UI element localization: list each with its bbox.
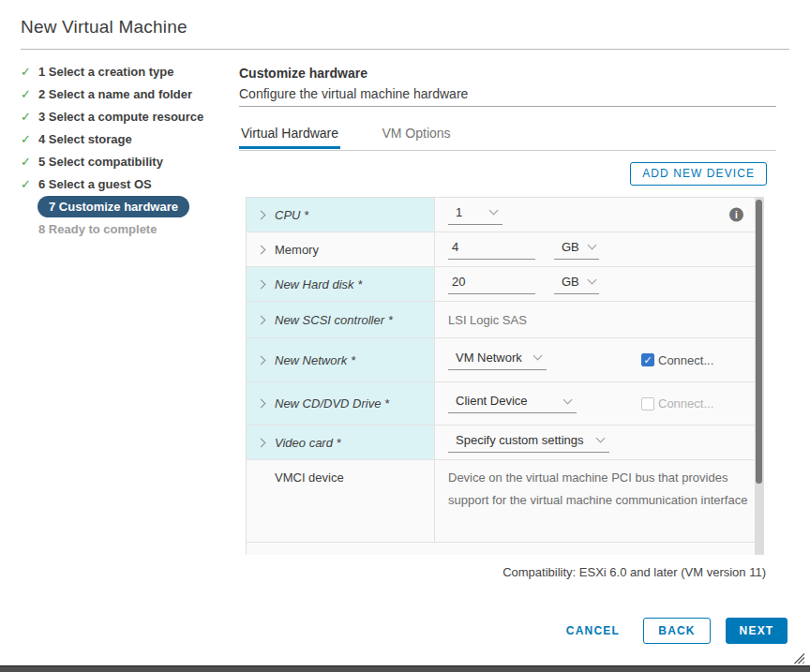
disk-size-input[interactable]: 20 [448,275,535,294]
device-label: New Network * [275,353,355,367]
chevron-down-icon [489,206,499,216]
hw-row-scsi-controller: New SCSI controller * LSI Logic SAS [247,302,755,338]
device-label: Memory [275,243,319,257]
compatibility-text: Compatibility: ESXi 6.0 and later (VM ve… [502,565,766,579]
device-label: New CD/DVD Drive * [275,396,389,411]
expand-chevron-icon[interactable] [257,279,266,289]
page-subtitle: Configure the virtual machine hardware [239,86,468,101]
wizard-actions: CANCEL BACK NEXT [555,618,788,644]
hw-row-video-card: Video card * Specify custom settings [247,426,755,460]
network-select[interactable]: VM Network [448,351,547,370]
device-label: VMCI device [275,470,344,485]
step-select-creation-type[interactable]: ✓1 Select a creation type [21,60,238,82]
memory-unit-select[interactable]: GB [554,240,599,260]
connect-label: Connect... [658,353,713,367]
expand-chevron-icon[interactable] [257,399,266,409]
hardware-tabs: Virtual Hardware VM Options [239,120,776,151]
tab-virtual-hardware[interactable]: Virtual Hardware [239,120,340,149]
hw-row-network: New Network * VM Network ✓ Connect... [247,338,755,382]
hardware-table: CPU * 1 i Memory 4 GB [246,197,764,555]
step-select-name-folder[interactable]: ✓2 Select a name and folder [21,82,238,105]
step-select-compute-resource[interactable]: ✓3 Select a compute resource [21,105,238,127]
info-icon[interactable]: i [729,208,743,222]
expand-chevron-icon[interactable] [257,438,266,447]
cancel-button[interactable]: CANCEL [555,618,631,644]
step-select-storage[interactable]: ✓4 Select storage [21,127,238,150]
dialog-title: New Virtual Machine [21,17,188,37]
chevron-down-icon [587,276,596,285]
expand-chevron-icon[interactable] [257,210,266,219]
disk-unit-select[interactable]: GB [554,275,599,294]
check-icon: ✓ [21,111,33,123]
step-select-guest-os[interactable]: ✓6 Select a guest OS [21,172,238,195]
expand-chevron-icon[interactable] [257,355,266,365]
device-label: New Hard disk * [275,277,362,291]
expand-chevron-icon[interactable] [257,245,266,254]
connect-label: Connect... [658,396,713,411]
expand-chevron-icon[interactable] [257,315,266,324]
back-button[interactable]: BACK [643,618,711,644]
memory-size-input[interactable]: 4 [448,240,535,260]
vmci-description: Device on the virtual machine PCI bus th… [448,467,748,512]
check-icon: ✓ [21,88,33,100]
add-new-device-button[interactable]: ADD NEW DEVICE [630,162,767,186]
step-select-compatibility[interactable]: ✓5 Select compatibility [21,150,238,172]
scrollbar-thumb[interactable] [756,200,762,484]
hw-row-cpu: CPU * 1 i [247,198,755,232]
cpu-count-select[interactable]: 1 [448,205,502,225]
scsi-controller-value: LSI Logic SAS [448,313,527,327]
check-icon: ✓ [21,156,33,168]
check-icon: ✓ [21,178,33,190]
header-divider [239,106,776,107]
checkbox-icon: ✓ [641,353,654,366]
title-divider [21,49,789,50]
hw-row-memory: Memory 4 GB [247,232,755,267]
device-label: New SCSI controller * [275,313,393,327]
tab-vm-options[interactable]: VM Options [380,120,452,149]
chevron-down-icon [563,395,573,404]
video-card-select[interactable]: Specify custom settings [448,433,609,453]
network-connect-checkbox[interactable]: ✓ Connect... [641,353,713,367]
chevron-down-icon [587,241,596,250]
page-title: Customize hardware [239,66,368,81]
chevron-down-icon [596,434,606,443]
checkbox-icon: ✓ [641,397,654,411]
window-bottom-edge [0,665,810,672]
cddvd-connect-checkbox[interactable]: ✓ Connect... [641,396,713,411]
scrollbar-track[interactable] [755,198,763,554]
cddvd-select[interactable]: Client Device [448,394,577,413]
step-ready-to-complete[interactable]: ✓8 Ready to complete [21,217,238,240]
hw-row-vmci: VMCI device Device on the virtual machin… [247,460,755,543]
hw-row-partial [247,543,755,555]
resize-handle-icon[interactable] [793,652,804,664]
step-customize-hardware[interactable]: ✓7 Customize hardware [21,195,238,217]
hw-row-hard-disk: New Hard disk * 20 GB [247,267,755,302]
next-button[interactable]: NEXT [726,618,788,644]
device-label: Video card * [275,436,341,450]
device-label: CPU * [275,208,308,222]
check-icon: ✓ [21,66,33,78]
customize-hardware-panel: Customize hardware Configure the virtual… [239,62,776,568]
check-icon: ✓ [21,133,33,145]
hw-row-cddvd: New CD/DVD Drive * Client Device ✓ Conne… [247,382,755,426]
wizard-steps: ✓1 Select a creation type ✓2 Select a na… [21,60,238,240]
chevron-down-icon [533,351,543,361]
